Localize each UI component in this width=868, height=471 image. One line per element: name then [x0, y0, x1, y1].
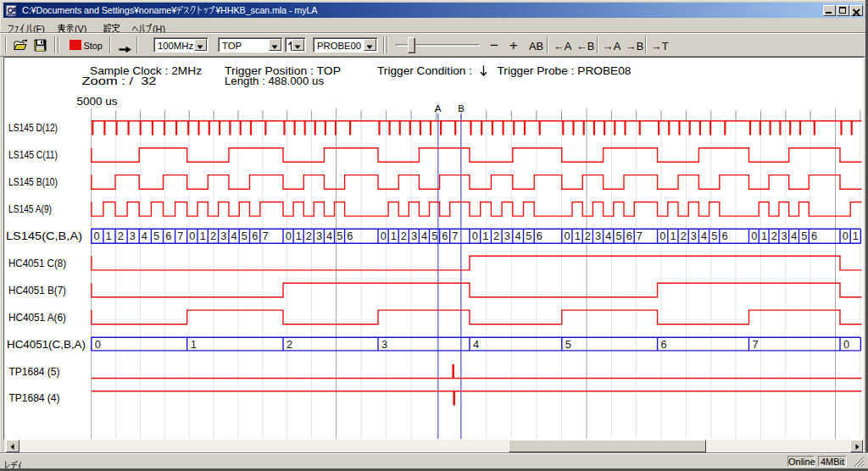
svg-text:4: 4: [473, 338, 479, 351]
svg-text:1: 1: [575, 230, 581, 242]
svg-text:6: 6: [811, 230, 817, 242]
svg-text:1: 1: [200, 230, 206, 242]
svg-text:4: 4: [231, 230, 237, 242]
svg-text:1: 1: [761, 230, 767, 242]
svg-text:4: 4: [142, 230, 147, 242]
svg-text:Trigger Probe : PROBE08: Trigger Probe : PROBE08: [498, 65, 632, 77]
svg-text:5: 5: [801, 230, 807, 242]
svg-text:3: 3: [220, 230, 226, 242]
svg-text:6: 6: [347, 230, 353, 242]
svg-text:Zoom : / 32: Zoom : / 32: [82, 75, 157, 87]
svg-text:3: 3: [130, 230, 136, 242]
svg-text:7: 7: [262, 230, 268, 242]
svg-text:3: 3: [691, 230, 697, 242]
svg-text:6: 6: [252, 230, 258, 242]
svg-text:1: 1: [482, 230, 488, 242]
svg-text:5: 5: [615, 230, 621, 242]
svg-text:3: 3: [782, 230, 787, 242]
svg-text:2: 2: [401, 230, 407, 242]
svg-text:2: 2: [585, 230, 591, 242]
svg-text:0: 0: [843, 338, 849, 351]
svg-text:HC4051 B(7): HC4051 B(7): [8, 285, 66, 296]
svg-text:1: 1: [106, 230, 112, 242]
svg-text:7: 7: [752, 338, 758, 351]
svg-text:6: 6: [537, 230, 542, 242]
svg-text:0: 0: [472, 230, 478, 242]
svg-text:LS145 C(11): LS145 C(11): [8, 149, 58, 161]
svg-text:1: 1: [296, 230, 302, 242]
svg-text:2: 2: [771, 230, 777, 242]
svg-text:HC4051(C,B,A): HC4051(C,B,A): [7, 339, 86, 351]
svg-text:3: 3: [316, 230, 322, 242]
svg-text:4: 4: [605, 230, 611, 242]
svg-text:3: 3: [411, 230, 417, 242]
svg-text:HC4051 A(6): HC4051 A(6): [8, 312, 66, 324]
svg-text:0: 0: [564, 230, 570, 242]
svg-text:5: 5: [337, 230, 342, 242]
svg-text:2: 2: [118, 230, 124, 242]
svg-text:LS145(C,B,A): LS145(C,B,A): [6, 230, 82, 242]
svg-text:3: 3: [504, 230, 510, 242]
svg-text:3: 3: [381, 338, 387, 351]
svg-text:LS145 A(9): LS145 A(9): [8, 203, 52, 215]
svg-text:0: 0: [286, 230, 292, 242]
svg-text:TP1684 (5): TP1684 (5): [9, 366, 60, 378]
svg-text:LS145 D(12): LS145 D(12): [8, 122, 58, 134]
svg-text:5: 5: [711, 230, 717, 242]
svg-text:HC4051 C(8): HC4051 C(8): [8, 258, 66, 269]
svg-text:LS145 B(10): LS145 B(10): [8, 176, 58, 188]
svg-text:5: 5: [153, 230, 159, 242]
svg-text:2: 2: [306, 230, 312, 242]
svg-text:7: 7: [452, 230, 458, 242]
svg-text:2: 2: [287, 338, 292, 351]
svg-text:4: 4: [791, 230, 797, 242]
svg-text:0: 0: [381, 230, 387, 242]
svg-text:2: 2: [210, 230, 216, 242]
svg-text:6: 6: [165, 230, 171, 242]
svg-text:1: 1: [191, 338, 197, 351]
svg-text:2: 2: [681, 230, 687, 242]
svg-text:4: 4: [515, 230, 520, 242]
svg-text:3: 3: [595, 230, 601, 242]
svg-text:7: 7: [177, 230, 183, 242]
svg-text:6: 6: [626, 230, 632, 242]
svg-text:0: 0: [659, 230, 665, 242]
svg-text:5: 5: [526, 230, 531, 242]
svg-text:1: 1: [853, 230, 859, 242]
svg-text:5000 us: 5000 us: [77, 96, 118, 108]
svg-text:5: 5: [242, 230, 248, 242]
svg-text:0: 0: [843, 230, 849, 242]
svg-text:1: 1: [391, 230, 397, 242]
svg-text:A: A: [435, 103, 442, 114]
svg-text:4: 4: [701, 230, 707, 242]
svg-text:0: 0: [95, 338, 101, 351]
svg-text:6: 6: [661, 338, 667, 351]
svg-text:Length : 488.000 us: Length : 488.000 us: [225, 75, 324, 87]
svg-text:5: 5: [565, 338, 571, 351]
svg-text:6: 6: [442, 230, 448, 242]
svg-text:0: 0: [93, 230, 99, 242]
svg-text:Trigger Condition :: Trigger Condition :: [377, 65, 472, 77]
svg-text:1: 1: [670, 230, 676, 242]
svg-text:5: 5: [431, 230, 437, 242]
svg-text:4: 4: [326, 230, 332, 242]
svg-text:7: 7: [637, 230, 643, 242]
svg-text:0: 0: [751, 230, 757, 242]
svg-text:4: 4: [421, 230, 427, 242]
svg-text:B: B: [458, 103, 465, 114]
svg-text:6: 6: [721, 230, 727, 242]
svg-text:0: 0: [189, 230, 195, 242]
svg-text:2: 2: [493, 230, 499, 242]
svg-text:TP1684 (4): TP1684 (4): [9, 392, 60, 404]
